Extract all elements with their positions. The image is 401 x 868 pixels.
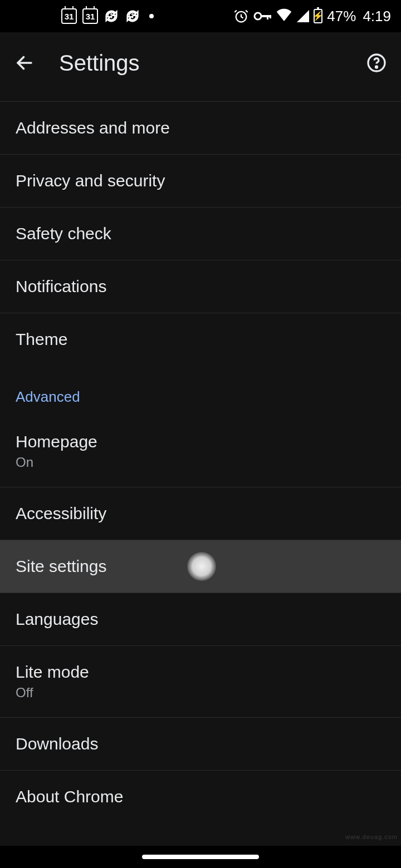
- settings-item-addresses[interactable]: Addresses and more: [0, 101, 401, 154]
- section-header-advanced: Advanced: [0, 366, 401, 416]
- vpn-key-icon: [253, 11, 271, 22]
- item-label: Theme: [16, 330, 385, 349]
- settings-item-privacy[interactable]: Privacy and security: [0, 154, 401, 207]
- item-label: Lite mode: [16, 663, 385, 682]
- item-label: Notifications: [16, 277, 385, 296]
- svg-rect-7: [267, 15, 268, 19]
- item-label: Safety check: [16, 224, 385, 243]
- svg-rect-6: [261, 15, 270, 17]
- help-button[interactable]: [364, 51, 389, 75]
- sync-alert-icon: [104, 8, 119, 24]
- back-button[interactable]: [12, 51, 37, 75]
- svg-point-11: [376, 66, 378, 68]
- calendar-icon: 31: [61, 8, 77, 24]
- item-sublabel: On: [16, 455, 385, 470]
- more-notifications-dot-icon: [149, 14, 154, 18]
- navigation-bar: [0, 846, 401, 868]
- arrow-left-icon: [14, 53, 35, 73]
- cellular-signal-icon: [297, 10, 309, 22]
- settings-item-payment-methods[interactable]: Payment methods: [0, 93, 401, 101]
- wifi-icon: [276, 8, 292, 25]
- touch-ripple-icon: [187, 552, 216, 581]
- gesture-pill-icon[interactable]: [142, 855, 259, 859]
- battery-percent: 47%: [327, 8, 356, 25]
- settings-item-languages[interactable]: Languages: [0, 593, 401, 645]
- settings-item-notifications[interactable]: Notifications: [0, 260, 401, 313]
- item-label: Homepage: [16, 432, 385, 451]
- help-circle-icon: [366, 53, 387, 73]
- settings-item-lite-mode[interactable]: Lite mode Off: [0, 645, 401, 717]
- settings-item-safety-check[interactable]: Safety check: [0, 207, 401, 260]
- settings-item-downloads[interactable]: Downloads: [0, 717, 401, 770]
- settings-item-site-settings[interactable]: Site settings: [0, 540, 401, 593]
- item-label: About Chrome: [16, 787, 385, 806]
- page-title: Settings: [59, 51, 342, 76]
- settings-list[interactable]: Payment methods Addresses and more Priva…: [0, 93, 401, 846]
- settings-item-about-chrome[interactable]: About Chrome: [0, 770, 401, 823]
- settings-item-accessibility[interactable]: Accessibility: [0, 487, 401, 540]
- item-label: Languages: [16, 610, 385, 629]
- settings-item-theme[interactable]: Theme: [0, 313, 401, 366]
- clock: 4:19: [363, 8, 391, 25]
- status-bar: 31 31 ⚡ 47% 4:19: [0, 0, 401, 32]
- alarm-icon: [233, 8, 249, 24]
- svg-point-0: [111, 14, 111, 14]
- status-left: 31 31: [61, 8, 154, 24]
- item-sublabel: Off: [16, 685, 385, 701]
- battery-charging-icon: ⚡: [314, 9, 322, 23]
- settings-item-homepage[interactable]: Homepage On: [0, 416, 401, 487]
- calendar-icon: 31: [82, 8, 98, 24]
- item-label: Accessibility: [16, 504, 385, 523]
- item-label: Privacy and security: [16, 171, 385, 190]
- svg-point-5: [255, 13, 261, 19]
- sync-alert-icon: [125, 8, 140, 24]
- svg-rect-8: [270, 15, 271, 18]
- item-label: Addresses and more: [16, 119, 385, 137]
- svg-point-2: [132, 14, 133, 14]
- item-label: Downloads: [16, 734, 385, 753]
- app-bar: Settings: [0, 32, 401, 93]
- watermark: www.deuag.com: [345, 834, 398, 840]
- status-right: ⚡ 47% 4:19: [233, 8, 391, 25]
